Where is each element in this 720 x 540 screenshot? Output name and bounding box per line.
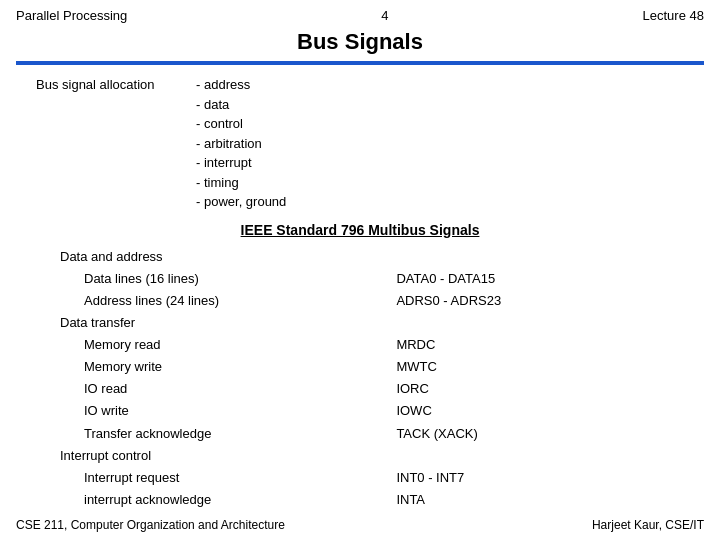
table-row: Interrupt control xyxy=(36,445,684,467)
header-right: Lecture 48 xyxy=(643,8,704,23)
signal-value: DATA0 - DATA15 xyxy=(392,268,684,290)
bus-allocation-item: - control xyxy=(196,114,286,134)
signal-label: IO read xyxy=(36,378,392,400)
footer-left: CSE 211, Computer Organization and Archi… xyxy=(16,518,285,532)
table-row: IO writeIOWC xyxy=(36,400,684,422)
signal-label: Data lines (16 lines) xyxy=(36,268,392,290)
signal-label: Memory read xyxy=(36,334,392,356)
signal-value xyxy=(392,312,684,334)
bus-allocation-item: - arbitration xyxy=(196,134,286,154)
ieee-section: IEEE Standard 796 Multibus Signals Data … xyxy=(16,222,704,512)
signal-label: Transfer acknowledge xyxy=(36,423,392,445)
header-center: 4 xyxy=(381,8,388,23)
signal-value: MWTC xyxy=(392,356,684,378)
signals-table: Data and addressData lines (16 lines)DAT… xyxy=(36,246,684,512)
signal-label: Data transfer xyxy=(36,312,392,334)
table-row: Memory readMRDC xyxy=(36,334,684,356)
bus-allocation-label: Bus signal allocation xyxy=(36,75,196,212)
footer: CSE 211, Computer Organization and Archi… xyxy=(16,512,704,532)
signal-label: Memory write xyxy=(36,356,392,378)
signal-value xyxy=(392,246,684,268)
table-row: Transfer acknowledgeTACK (XACK) xyxy=(36,423,684,445)
ieee-title: IEEE Standard 796 Multibus Signals xyxy=(36,222,684,238)
signal-value xyxy=(392,445,684,467)
header: Parallel Processing 4 Lecture 48 xyxy=(16,8,704,23)
signal-value: IOWC xyxy=(392,400,684,422)
table-row: Address lines (24 lines)ADRS0 - ADRS23 xyxy=(36,290,684,312)
bus-allocation-item: - interrupt xyxy=(196,153,286,173)
bus-allocation-item: - power, ground xyxy=(196,192,286,212)
table-row: Data and address xyxy=(36,246,684,268)
table-row: Data transfer xyxy=(36,312,684,334)
signal-label: Address lines (24 lines) xyxy=(36,290,392,312)
signal-value: TACK (XACK) xyxy=(392,423,684,445)
bus-allocation-item: - timing xyxy=(196,173,286,193)
table-row: IO readIORC xyxy=(36,378,684,400)
page: Parallel Processing 4 Lecture 48 Bus Sig… xyxy=(0,0,720,540)
table-row: Interrupt requestINT0 - INT7 xyxy=(36,467,684,489)
table-row: Data lines (16 lines)DATA0 - DATA15 xyxy=(36,268,684,290)
signal-label: Interrupt request xyxy=(36,467,392,489)
blue-divider xyxy=(16,61,704,65)
title-section: Bus Signals xyxy=(16,29,704,55)
signal-label: IO write xyxy=(36,400,392,422)
signal-value: MRDC xyxy=(392,334,684,356)
bus-allocation-item: - data xyxy=(196,95,286,115)
signal-value: IORC xyxy=(392,378,684,400)
signal-label: Interrupt control xyxy=(36,445,392,467)
page-title: Bus Signals xyxy=(16,29,704,55)
signal-value: ADRS0 - ADRS23 xyxy=(392,290,684,312)
signal-label: Data and address xyxy=(36,246,392,268)
header-left: Parallel Processing xyxy=(16,8,127,23)
signal-label: interrupt acknowledge xyxy=(36,489,392,511)
table-row: Memory writeMWTC xyxy=(36,356,684,378)
signal-value: INT0 - INT7 xyxy=(392,467,684,489)
content: Bus signal allocation - address- data- c… xyxy=(16,75,704,512)
bus-allocation-list: - address- data- control- arbitration- i… xyxy=(196,75,286,212)
footer-right: Harjeet Kaur, CSE/IT xyxy=(592,518,704,532)
bus-allocation-item: - address xyxy=(196,75,286,95)
signal-value: INTA xyxy=(392,489,684,511)
table-row: interrupt acknowledgeINTA xyxy=(36,489,684,511)
bus-allocation-row: Bus signal allocation - address- data- c… xyxy=(16,75,704,212)
